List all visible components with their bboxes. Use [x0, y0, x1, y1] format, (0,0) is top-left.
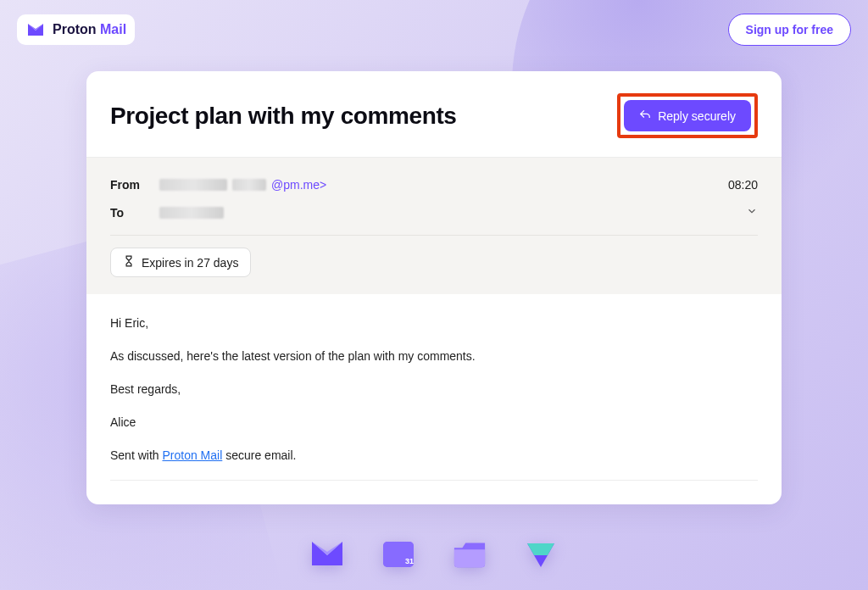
chevron-down-icon — [746, 205, 758, 217]
from-email-redacted — [232, 179, 266, 191]
message-card: Project plan with my comments Reply secu… — [86, 71, 782, 504]
to-row: To — [110, 198, 758, 226]
reply-arrow-icon — [639, 109, 651, 123]
reply-button-label: Reply securely — [658, 109, 736, 123]
reply-securely-button[interactable]: Reply securely — [624, 100, 751, 131]
body-sent-with: Sent with Proton Mail secure email. — [110, 447, 758, 465]
proton-vpn-app-icon[interactable] — [524, 537, 558, 571]
from-label: From — [110, 178, 159, 192]
from-email-suffix: @pm.me> — [271, 178, 326, 192]
brand-logo[interactable]: Proton Mail — [17, 14, 135, 45]
to-name-redacted — [159, 207, 224, 219]
signup-button[interactable]: Sign up for free — [728, 14, 851, 46]
proton-mail-icon — [25, 19, 46, 40]
from-row: From @pm.me> 08:20 — [110, 171, 758, 198]
topbar: Proton Mail Sign up for free — [0, 0, 868, 59]
proton-calendar-app-icon[interactable]: 31 — [381, 537, 415, 571]
to-label: To — [110, 206, 159, 220]
svg-text:31: 31 — [405, 557, 414, 565]
body-regards: Best regards, — [110, 381, 758, 398]
hourglass-icon — [123, 255, 135, 270]
subject-heading: Project plan with my comments — [110, 103, 457, 130]
envelope-meta: From @pm.me> 08:20 To Expires in 27 days — [86, 157, 782, 294]
expiry-chip: Expires in 27 days — [110, 248, 251, 277]
reply-button-highlight: Reply securely — [617, 93, 758, 138]
from-name-redacted — [159, 179, 227, 191]
expand-recipients-button[interactable] — [746, 205, 758, 220]
proton-mail-link[interactable]: Proton Mail — [162, 448, 222, 462]
card-header: Project plan with my comments Reply secu… — [86, 71, 782, 157]
time-label: 08:20 — [728, 178, 758, 192]
brand-text: Proton Mail — [53, 22, 126, 37]
app-footer: 31 — [0, 537, 868, 571]
body-signature: Alice — [110, 414, 758, 431]
envelope-divider — [110, 235, 758, 236]
proton-mail-app-icon[interactable] — [310, 537, 344, 571]
body-main: As discussed, here's the latest version … — [110, 348, 758, 365]
proton-drive-app-icon[interactable] — [453, 537, 487, 571]
body-divider — [110, 480, 758, 481]
expiry-text: Expires in 27 days — [142, 256, 238, 270]
body-greeting: Hi Eric, — [110, 314, 758, 332]
message-body: Hi Eric, As discussed, here's the latest… — [86, 294, 782, 504]
